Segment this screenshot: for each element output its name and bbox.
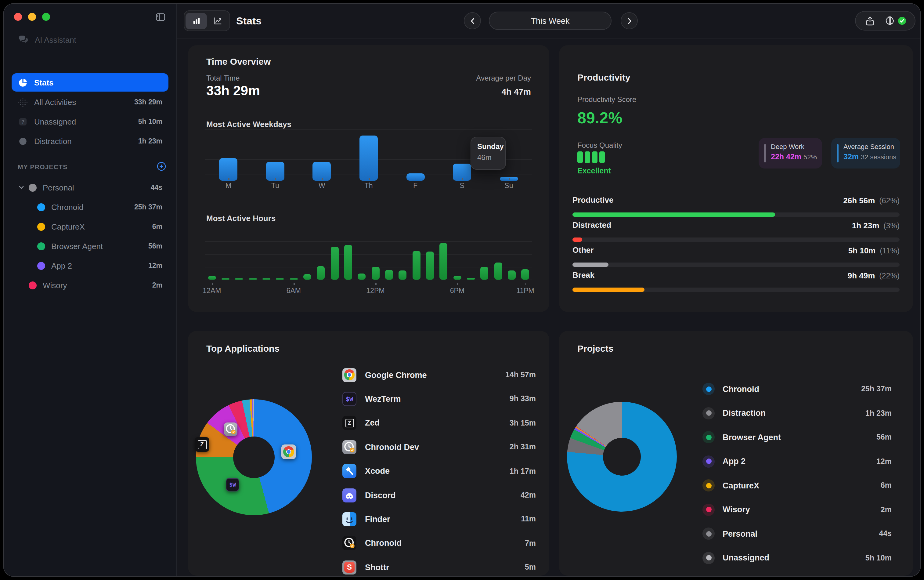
hour-bar-12[interactable] [372,267,379,280]
hour-bar-2[interactable] [235,278,243,280]
axis-label: Tu [271,182,279,189]
sidebar-project-wisory[interactable]: Wisory 2m [12,276,168,294]
app-name: Shottr [365,563,390,572]
project-color-dot [702,383,715,395]
project-row-wisory: Wisory 2m [702,500,892,519]
ai-status-button[interactable] [884,15,907,27]
app-name: Google Chrome [365,370,427,379]
view-segmented-control [184,10,230,31]
project-color-dot [37,222,45,231]
sidebar-project-app-2[interactable]: App 2 12m [12,256,168,275]
share-button[interactable] [864,15,875,26]
hour-bar-19[interactable] [467,278,475,280]
badge-value: 32m 32 sessions [843,153,900,161]
axis-label: 11PM [516,287,534,294]
sidebar-project-personal[interactable]: Personal 44s [12,178,168,196]
progress-fill [572,237,582,242]
zoom-button[interactable] [42,13,50,21]
sidebar-item-distraction[interactable]: Distraction 1h 23m [12,132,168,150]
hour-bar-6[interactable] [289,278,298,280]
projects-card: Projects Chronoid 25h 37m Distraction 1h… [559,331,913,576]
axis-tick [462,178,463,180]
card-title: Top Applications [206,343,280,354]
sidebar-divider [18,62,164,62]
hour-bar-14[interactable] [399,270,407,280]
sidebar-item-ai-assistant[interactable]: AI Assistant [18,34,76,46]
badge-suffix: 52% [804,153,817,161]
hour-bar-8[interactable] [317,266,325,280]
axis-tick [275,178,276,180]
hour-bar-4[interactable] [262,278,270,280]
hour-bar-1[interactable] [222,278,230,280]
period-selector[interactable]: This Week [489,12,612,30]
shottr-app-icon: S [342,560,357,574]
line-chart-view-button[interactable] [207,13,228,29]
badge-label: Average Session [843,143,900,150]
weekday-bar-M[interactable] [219,158,238,181]
close-button[interactable] [14,13,22,21]
hour-bar-20[interactable] [481,267,488,280]
sidebar-project-capturex[interactable]: CaptureX 6m [12,218,168,236]
deep-work-badge: Deep Work 22h 42m 52% [759,138,822,168]
hour-bar-0[interactable] [208,276,216,280]
sidebar-item-label: Unassigned [34,117,76,126]
hour-bar-17[interactable] [440,243,448,280]
dots-grid-icon [18,97,28,107]
axis-tick [294,283,294,285]
ai-assistant-label: AI Assistant [35,35,76,44]
gridline [205,280,532,280]
hour-bar-22[interactable] [508,270,516,280]
sidebar-item-stats[interactable]: Stats [12,73,168,92]
sidebar-item-unassigned[interactable]: ? Unassigned 5h 10m [12,112,168,131]
hour-bar-10[interactable] [344,245,352,280]
hours-chart-title: Most Active Hours [206,214,276,223]
app-name: Zed [365,419,380,428]
project-color-dot [702,431,715,443]
hour-bar-23[interactable] [521,269,529,280]
hour-bar-7[interactable] [303,274,311,280]
bar-chart-view-button[interactable] [186,13,207,29]
sidebar-project-browser-agent[interactable]: Browser Agent 56m [12,237,168,255]
weekday-bar-Th[interactable] [360,135,378,181]
project-value: 44s [151,184,162,191]
sidebar-toggle-icon[interactable] [155,12,167,23]
project-color-dot [37,262,45,270]
row-value: 5h 10m (11%) [848,246,899,255]
average-session-badge: Average Session 32m 32 sessions [831,138,900,168]
hour-bar-21[interactable] [494,262,502,280]
hour-bar-11[interactable] [358,274,366,280]
sidebar-project-chronoid[interactable]: Chronoid 25h 37m [12,198,168,216]
hour-bar-13[interactable] [385,270,393,280]
project-color-dot [29,183,37,191]
axis-label: F [413,182,418,189]
add-project-button[interactable] [156,161,167,171]
minimize-button[interactable] [28,13,36,21]
project-label: Browser Agent [51,241,103,250]
sidebar-item-value: 5h 10m [138,118,162,125]
focus-quality-meter [577,152,605,163]
xcode-app-icon [342,464,357,478]
app-name: Chronoid Dev [365,442,419,451]
hour-bar-16[interactable] [426,252,434,280]
focus-block [577,152,583,163]
projects-pie-chart [567,402,677,512]
project-time: 5h 10m [865,554,892,562]
hour-bar-18[interactable] [453,276,461,280]
hour-bar-15[interactable] [412,251,420,280]
focus-block [592,152,597,163]
hour-bar-3[interactable] [249,278,256,280]
chevron-down-icon[interactable] [18,184,25,191]
hour-bar-5[interactable] [276,278,284,280]
weekdays-chart: MTuWThFSSu Sunday 46m [205,129,532,196]
previous-period-button[interactable] [464,12,481,29]
hour-bar-9[interactable] [330,247,339,280]
project-time: 44s [879,529,892,538]
app-row-finder: Finder 11m [342,510,536,529]
next-period-button[interactable] [621,12,638,29]
progress-track [572,237,899,242]
sidebar-item-all-activities[interactable]: All Activities 33h 29m [12,93,168,111]
project-label: Personal [43,183,74,192]
toolbar: Stats This Week [177,4,920,38]
axis-label: 6AM [286,287,301,294]
sidebar-item-label: All Activities [34,97,76,107]
